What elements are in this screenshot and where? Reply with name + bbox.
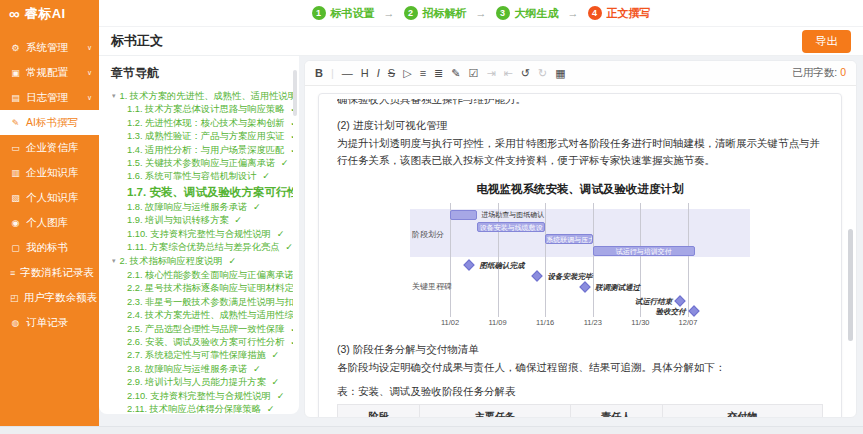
chapter-nav-item[interactable]: 1.8. 故障响应与运维服务承诺 ✓ bbox=[112, 201, 293, 214]
chapter-nav-item[interactable]: 2.5. 产品选型合理性与品牌一致性保障 ✓ bbox=[112, 323, 293, 336]
clipped-paragraph: 确保验收人员具备独立操作与维护能力。 bbox=[337, 99, 823, 107]
chapter-title: 2.7. 系统稳定性与可靠性保障措施 bbox=[127, 350, 266, 360]
gantt-task-bar[interactable] bbox=[450, 210, 477, 220]
chapter-nav-item[interactable]: 1.9. 培训与知识转移方案 ✓ bbox=[112, 214, 293, 227]
chapter-nav-item[interactable]: 2.11. 技术响应总体得分保障策略 ✓ bbox=[112, 403, 293, 414]
gantt-task-bar[interactable]: 试运行与培训交付 bbox=[593, 246, 695, 256]
step-label: 大纲生成 bbox=[515, 6, 559, 21]
sidebar-item-folder[interactable]: ▭企业资信库 bbox=[0, 135, 99, 160]
sidebar-item-library[interactable]: ▥企业知识库 bbox=[0, 160, 99, 185]
gantt-milestone-diamond[interactable] bbox=[532, 270, 543, 281]
gantt-milestone-diamond[interactable] bbox=[675, 295, 686, 306]
chapter-nav-item[interactable]: 2.1. 核心性能参数全面响应与正偏离承诺 ✓ bbox=[112, 269, 293, 282]
chapter-nav-item[interactable]: 2.6. 安装、调试及验收方案可行性分析 ✓ bbox=[112, 336, 293, 349]
sidebar-item-label: 订单记录 bbox=[26, 316, 68, 330]
folder-icon: ▭ bbox=[10, 143, 21, 153]
sidebar-item-user[interactable]: ◰用户字数余额表 bbox=[0, 285, 99, 310]
export-button[interactable]: 导出 bbox=[802, 30, 851, 53]
edit-icon[interactable]: ✎ bbox=[451, 68, 460, 79]
sidebar-item-file[interactable]: ▢我的标书 bbox=[0, 235, 99, 260]
sidebar-item-grid[interactable]: ▣常规配置∨ bbox=[0, 60, 99, 85]
check-icon: ✓ bbox=[288, 145, 293, 155]
chapter-nav-item[interactable]: 1.7. 安装、调试及验收方案可行性论证 ✓ bbox=[112, 184, 293, 201]
chapter-nav-item[interactable]: 2.2. 星号技术指标逐条响应与证明材料定位 ✓ bbox=[112, 282, 293, 295]
chapter-title: 2.2. 星号技术指标逐条响应与证明材料定位 bbox=[127, 283, 293, 293]
step-4[interactable]: 4正文撰写 bbox=[588, 6, 651, 21]
check-icon: ✓ bbox=[283, 242, 293, 252]
sidebar-item-gear[interactable]: ⚙系统管理∨ bbox=[0, 35, 99, 60]
chapter-nav-item[interactable]: 2.4. 技术方案先进性、成熟性与适用性综合阐述 ✓ bbox=[112, 309, 293, 322]
chapter-nav-item[interactable]: 2.7. 系统稳定性与可靠性保障措施 ✓ bbox=[112, 349, 293, 362]
grid-icon: ▣ bbox=[10, 68, 21, 78]
task-list-icon[interactable]: ☑ bbox=[469, 68, 479, 79]
step-2[interactable]: 2招标解析 bbox=[404, 6, 467, 21]
step-1[interactable]: 1标书设置 bbox=[312, 6, 375, 21]
footer-strip bbox=[0, 426, 863, 434]
gantt-chart: 11/0211/0911/1611/2311/3012/07阶段划分关键里程碑进… bbox=[410, 209, 750, 331]
table-header-cell: 交付物 bbox=[662, 405, 822, 418]
gantt-milestone-label: 图纸确认完成 bbox=[479, 261, 524, 271]
chapter-nav-item[interactable]: 2.3. 非星号一般技术参数满足性说明与扣分规避机制 ✓ bbox=[112, 296, 293, 309]
sidebar-item-document[interactable]: ▧个人知识库 bbox=[0, 185, 99, 210]
chapter-nav-item[interactable]: 1.5. 关键技术参数响应与正偏离承诺 ✓ bbox=[112, 157, 293, 170]
chapter-nav-item[interactable]: 2.8. 故障响应与运维服务承诺 ✓ bbox=[112, 363, 293, 376]
sidebar-item-list[interactable]: ≡字数消耗记录表 bbox=[0, 260, 99, 285]
gantt-gridline bbox=[688, 203, 689, 317]
check-icon: ✓ bbox=[269, 350, 279, 360]
heading-icon[interactable]: H bbox=[361, 68, 369, 79]
sidebar-item-log[interactable]: ▤日志管理∨ bbox=[0, 85, 99, 110]
ordered-list-icon[interactable]: ≣ bbox=[434, 68, 443, 79]
italic-icon[interactable]: I bbox=[377, 68, 380, 79]
chapter-nav-item[interactable]: 1.4. 适用性分析：与用户场景深度匹配 ✓ bbox=[112, 144, 293, 157]
document-page[interactable]: 确保验收人员具备独立操作与维护能力。 (2) 进度计划可视化管理 为提升计划透明… bbox=[318, 93, 842, 418]
gantt-axis-tick: 11/02 bbox=[441, 317, 459, 329]
sidebar-item-pencil[interactable]: ✎AI标书撰写 bbox=[0, 110, 99, 135]
strikethrough-icon[interactable]: S bbox=[388, 68, 395, 79]
gantt-row-label-milestones: 关键里程碑 bbox=[412, 281, 452, 294]
chapter-nav-scrollbar[interactable] bbox=[293, 70, 297, 116]
bullet-list-icon[interactable]: ≡ bbox=[420, 68, 426, 79]
step-label: 招标解析 bbox=[423, 6, 467, 21]
gear-icon: ⚙ bbox=[10, 43, 21, 53]
chapter-nav-item[interactable]: ▾2. 技术指标响应程度说明 ✓ bbox=[112, 254, 293, 268]
gantt-axis-tick: 11/16 bbox=[536, 317, 554, 329]
sidebar-item-label: 个人图库 bbox=[26, 216, 68, 230]
chapter-title: 1. 技术方案的先进性、成熟性、适用性说明 bbox=[120, 91, 293, 101]
chapter-title: 2.8. 故障响应与运维服务承诺 bbox=[127, 364, 247, 374]
gantt-gridline bbox=[545, 203, 546, 317]
bold-icon[interactable]: B bbox=[315, 68, 323, 79]
sidebar-item-image[interactable]: ◉个人图库 bbox=[0, 210, 99, 235]
table-icon[interactable]: ▦ bbox=[555, 68, 565, 79]
gantt-milestone-diamond[interactable] bbox=[688, 305, 699, 316]
gantt-milestone-diamond[interactable] bbox=[464, 259, 475, 270]
user-icon: ◰ bbox=[10, 293, 19, 303]
gantt-gridline bbox=[450, 203, 451, 317]
sidebar: ∞ 睿标AI ⚙系统管理∨▣常规配置∨▤日志管理∨✎AI标书撰写▭企业资信库▥企… bbox=[0, 0, 99, 426]
sidebar-item-label: 字数消耗记录表 bbox=[20, 266, 94, 280]
chapter-nav-item[interactable]: 2.10. 支持资料完整性与合规性说明 ✓ bbox=[112, 390, 293, 403]
chapter-nav-item[interactable]: 1.3. 成熟性验证：产品与方案应用实证 ✓ bbox=[112, 130, 293, 143]
step-3[interactable]: 3大纲生成 bbox=[496, 6, 559, 21]
table-header-cell: 主要任务 bbox=[420, 405, 570, 418]
chapter-nav-item[interactable]: 1.10. 支持资料完整性与合规性说明 ✓ bbox=[112, 228, 293, 241]
chapter-nav-item[interactable]: 1.11. 方案综合优势总结与差异化亮点 ✓ bbox=[112, 241, 293, 254]
step-arrow-icon: → bbox=[384, 7, 395, 19]
undo-icon[interactable]: ↺ bbox=[521, 68, 530, 79]
gantt-milestone-label: 试运行结束 bbox=[635, 297, 673, 307]
gantt-task-bar[interactable]: 系统联调与压力测试 bbox=[545, 234, 593, 244]
chapter-nav-item[interactable]: 1.1. 技术方案总体设计思路与响应策略 ✓ bbox=[112, 103, 293, 116]
sidebar-item-order[interactable]: ◍订单记录 bbox=[0, 310, 99, 335]
quote-icon[interactable]: ▷ bbox=[403, 68, 411, 79]
gantt-task-bar[interactable]: 设备安装与线缆敷设 bbox=[477, 222, 545, 232]
gantt-milestone-diamond[interactable] bbox=[579, 281, 590, 292]
gantt-task-label: 进场勘查与图纸确认 bbox=[481, 210, 544, 220]
chapter-nav-item[interactable]: ▾1. 技术方案的先进性、成熟性、适用性说明 ✓ bbox=[112, 89, 293, 103]
document-icon: ▧ bbox=[10, 193, 21, 203]
chapter-nav-item[interactable]: 1.2. 先进性体现：核心技术与架构创新 ✓ bbox=[112, 117, 293, 130]
chapter-nav-item[interactable]: 1.6. 系统可靠性与容错机制设计 ✓ bbox=[112, 170, 293, 183]
chevron-down-icon: ∨ bbox=[87, 44, 92, 52]
word-count: 已用字数:0 bbox=[792, 66, 846, 80]
editor-scrollbar[interactable] bbox=[848, 229, 853, 341]
horizontal-rule-icon[interactable]: — bbox=[342, 68, 353, 79]
chapter-nav-item[interactable]: 2.9. 培训计划与人员能力提升方案 ✓ bbox=[112, 376, 293, 389]
